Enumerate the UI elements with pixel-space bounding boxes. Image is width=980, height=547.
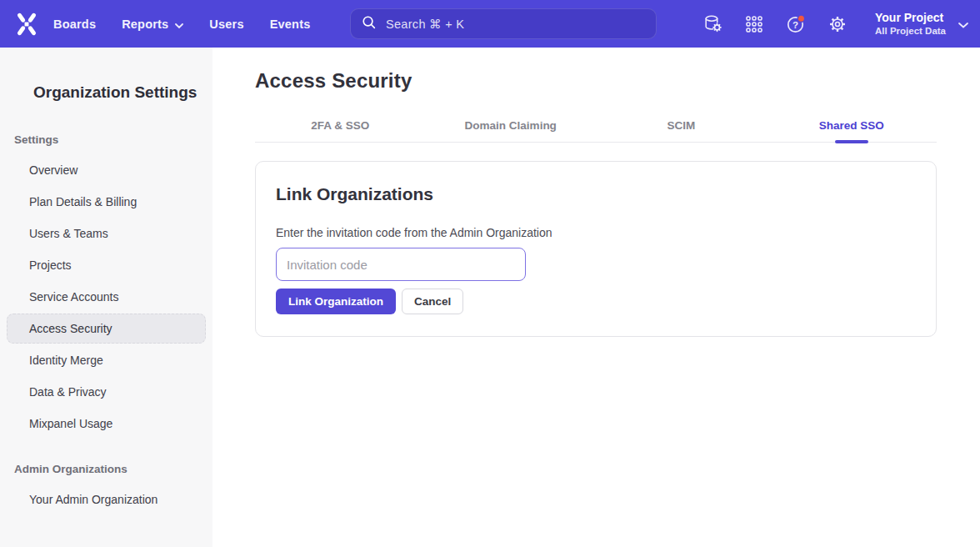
- tab-scim[interactable]: SCIM: [596, 109, 767, 142]
- link-organizations-card: Link Organizations Enter the invitation …: [255, 161, 937, 337]
- tab-domain-claiming[interactable]: Domain Claiming: [426, 109, 597, 142]
- chevron-down-icon: [175, 18, 183, 31]
- sidebar: Organization Settings Settings Overview …: [0, 48, 212, 547]
- sidebar-item-your-admin-organization[interactable]: Your Admin Organization: [7, 484, 206, 514]
- sidebar-title: Organization Settings: [33, 83, 212, 102]
- sidebar-item-projects[interactable]: Projects: [7, 250, 206, 280]
- cancel-button[interactable]: Cancel: [402, 289, 463, 314]
- settings-gear-icon[interactable]: [828, 14, 848, 34]
- sidebar-item-mixpanel-usage[interactable]: Mixpanel Usage: [7, 409, 206, 439]
- project-subtitle: All Project Data: [875, 25, 946, 37]
- nav-item-users[interactable]: Users: [209, 18, 243, 31]
- top-nav: Boards Reports Users Events: [0, 0, 980, 48]
- invitation-code-description: Enter the invitation code from the Admin…: [276, 226, 916, 240]
- sidebar-item-users-teams[interactable]: Users & Teams: [7, 218, 206, 248]
- settings-list: Overview Plan Details & Billing Users & …: [0, 155, 212, 439]
- card-actions: Link Organization Cancel: [276, 289, 916, 314]
- invitation-code-input[interactable]: [276, 248, 526, 281]
- nav-item-reports[interactable]: Reports: [122, 18, 183, 31]
- tab-shared-sso[interactable]: Shared SSO: [767, 109, 938, 142]
- sidebar-item-plan-details-billing[interactable]: Plan Details & Billing: [7, 187, 206, 217]
- page-title: Access Security: [255, 68, 937, 93]
- notification-dot: [798, 15, 804, 22]
- sidebar-section-admin-organizations: Admin Organizations: [14, 463, 212, 476]
- sidebar-item-identity-merge[interactable]: Identity Merge: [7, 345, 206, 375]
- apps-grid-icon[interactable]: [744, 14, 764, 34]
- nav-item-events[interactable]: Events: [270, 18, 311, 31]
- primary-nav: Boards Reports Users Events: [53, 18, 336, 31]
- sidebar-item-data-privacy[interactable]: Data & Privacy: [7, 377, 206, 407]
- tab-2fa-sso[interactable]: 2FA & SSO: [255, 109, 426, 142]
- nav-right-cluster: ? Your Project All Project Data: [702, 0, 968, 48]
- admin-organizations-list: Your Admin Organization: [0, 484, 212, 514]
- card-title: Link Organizations: [276, 183, 916, 204]
- global-search[interactable]: [350, 8, 657, 39]
- svg-text:?: ?: [792, 19, 798, 29]
- access-security-tabs: 2FA & SSO Domain Claiming SCIM Shared SS…: [255, 109, 937, 143]
- chevron-down-icon: [958, 17, 968, 32]
- sidebar-section-settings: Settings: [14, 133, 212, 147]
- main-content: Access Security 2FA & SSO Domain Claimin…: [212, 48, 980, 547]
- project-name: Your Project: [875, 11, 946, 26]
- active-tab-indicator: [835, 140, 868, 143]
- data-management-icon[interactable]: [702, 13, 723, 34]
- sidebar-item-access-security[interactable]: Access Security: [7, 314, 206, 344]
- search-input[interactable]: [384, 17, 646, 32]
- link-organization-button[interactable]: Link Organization: [276, 289, 396, 314]
- sidebar-item-overview[interactable]: Overview: [7, 155, 206, 185]
- project-switcher[interactable]: Your Project All Project Data: [875, 11, 968, 38]
- help-icon[interactable]: ?: [785, 13, 807, 35]
- sidebar-item-service-accounts[interactable]: Service Accounts: [7, 282, 206, 312]
- search-icon: [361, 14, 377, 33]
- mixpanel-logo-icon[interactable]: [0, 12, 53, 37]
- nav-item-boards[interactable]: Boards: [53, 18, 96, 31]
